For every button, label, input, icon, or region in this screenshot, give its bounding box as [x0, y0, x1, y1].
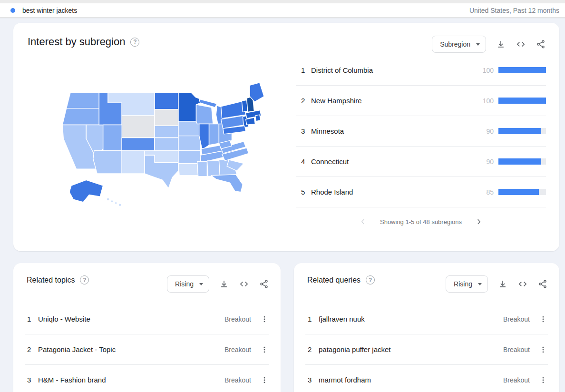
map-state-OR[interactable]	[62, 108, 99, 125]
value-bar-track	[498, 128, 546, 134]
help-icon[interactable]: ?	[80, 275, 89, 284]
map-state-HI[interactable]	[111, 200, 113, 203]
search-term-bar: best winter jackets United States, Past …	[0, 3, 565, 18]
related-topic-row[interactable]: 3H&M - Fashion brandBreakout	[25, 365, 269, 392]
item-label[interactable]: H&M - Fashion brand	[38, 376, 224, 384]
share-icon[interactable]	[536, 39, 546, 49]
map-state-WY[interactable]	[122, 116, 155, 137]
queries-sort-value: Rising	[454, 280, 472, 288]
subregion-name: District of Columbia	[311, 66, 483, 74]
rank-number: 3	[296, 127, 311, 135]
page-top-strip	[0, 0, 565, 3]
map-state-IN[interactable]	[209, 124, 219, 145]
map-state-IL[interactable]	[199, 124, 209, 150]
subregion-row[interactable]: 1District of Columbia100	[296, 55, 546, 86]
rank-number: 5	[296, 188, 311, 196]
map-state-AL[interactable]	[207, 161, 220, 176]
subregion-dropdown-value: Subregion	[440, 40, 470, 48]
queries-sort-dropdown[interactable]: Rising	[446, 275, 488, 293]
share-icon[interactable]	[259, 279, 269, 289]
subregion-row[interactable]: 4Connecticut90	[296, 147, 546, 177]
map-state-WA[interactable]	[67, 93, 99, 108]
map-state-HI[interactable]	[115, 202, 117, 204]
item-label[interactable]: marmot fordham	[319, 376, 503, 384]
rank-number: 4	[296, 157, 311, 166]
more-vert-icon[interactable]	[538, 345, 548, 354]
value-bar-fill	[498, 67, 546, 73]
rank-number: 1	[25, 315, 38, 323]
search-term-label: best winter jackets	[22, 7, 77, 14]
code-icon[interactable]	[239, 279, 249, 289]
map-state-IA[interactable]	[178, 121, 199, 136]
breakout-badge: Breakout	[224, 376, 251, 384]
related-query-row[interactable]: 1fjallraven nuukBreakout	[305, 304, 548, 334]
subregion-name: New Hampshire	[311, 97, 483, 105]
more-vert-icon[interactable]	[260, 314, 269, 324]
related-topics-list: 1Uniqlo - WebsiteBreakout2Patagonia Jack…	[25, 304, 269, 392]
map-state-NE[interactable]	[155, 126, 178, 137]
map-state-ME[interactable]	[250, 83, 264, 102]
help-icon[interactable]: ?	[366, 275, 375, 284]
download-icon[interactable]	[497, 279, 508, 289]
breakout-badge: Breakout	[503, 346, 530, 353]
item-label[interactable]: Uniqlo - Website	[38, 315, 224, 323]
chevron-left-icon[interactable]	[358, 217, 368, 226]
series-color-dot	[10, 8, 15, 13]
map-state-RI[interactable]	[255, 115, 260, 121]
subregion-row[interactable]: 3Minnesota90	[296, 116, 546, 147]
more-vert-icon[interactable]	[538, 314, 548, 324]
more-vert-icon[interactable]	[260, 345, 269, 354]
map-state-UT[interactable]	[103, 125, 122, 150]
subregion-row[interactable]: 2New Hampshire100	[296, 86, 546, 116]
subregion-name: Rhode Island	[311, 188, 486, 196]
code-icon[interactable]	[517, 279, 528, 289]
share-icon[interactable]	[537, 279, 548, 289]
map-state-WI[interactable]	[196, 105, 213, 124]
item-label[interactable]: Patagonia Jacket - Topic	[38, 345, 224, 353]
map-state-HI[interactable]	[107, 198, 109, 201]
map-state-HI[interactable]	[118, 204, 121, 206]
related-queries-list: 1fjallraven nuukBreakout2patagonia puffe…	[305, 304, 548, 392]
chevron-right-icon[interactable]	[474, 217, 484, 226]
subregion-dropdown[interactable]: Subregion	[432, 36, 486, 53]
interest-by-subregion-card: Interest by subregion ? Subregion 1Distr…	[13, 23, 559, 251]
subregion-value: 85	[486, 188, 494, 196]
map-state-LA[interactable]	[178, 164, 198, 176]
card-title: Related queries	[307, 276, 360, 284]
us-choropleth-map[interactable]	[48, 76, 285, 214]
caret-down-icon	[476, 43, 480, 46]
related-query-row[interactable]: 3marmot fordhamBreakout	[305, 365, 548, 392]
value-bar-track	[498, 67, 546, 73]
item-label[interactable]: fjallraven nuuk	[319, 315, 503, 323]
related-topic-row[interactable]: 1Uniqlo - WebsiteBreakout	[25, 304, 269, 334]
related-query-row[interactable]: 2patagonia puffer jacketBreakout	[305, 334, 548, 365]
map-state-ND[interactable]	[155, 93, 178, 109]
more-vert-icon[interactable]	[538, 375, 548, 385]
related-topic-row[interactable]: 2Patagonia Jacket - TopicBreakout	[25, 334, 269, 365]
map-state-MS[interactable]	[197, 162, 207, 176]
rank-number: 2	[305, 345, 319, 353]
map-state-MO[interactable]	[178, 136, 200, 151]
topics-sort-dropdown[interactable]: Rising	[167, 275, 209, 293]
download-icon[interactable]	[219, 279, 229, 289]
related-queries-card: Related queries ? Rising 1fjallraven nuu…	[294, 263, 559, 392]
breakout-badge: Breakout	[224, 315, 251, 323]
map-state-SD[interactable]	[155, 109, 178, 126]
breakout-badge: Breakout	[224, 346, 251, 353]
breakout-badge: Breakout	[503, 315, 530, 323]
related-topics-card: Related topics ? Rising 1Uniqlo - Websit…	[13, 263, 281, 392]
download-icon[interactable]	[496, 39, 506, 49]
subregion-ranking-list: 1District of Columbia1002New Hampshire10…	[296, 55, 546, 207]
map-state-CO[interactable]	[122, 138, 155, 151]
map-state-FL[interactable]	[211, 175, 243, 192]
map-state-AZ[interactable]	[93, 151, 122, 174]
help-icon[interactable]: ?	[130, 38, 139, 47]
item-label[interactable]: patagonia puffer jacket	[319, 345, 503, 353]
rank-number: 1	[296, 66, 311, 74]
subregion-row[interactable]: 5Rhode Island85	[296, 177, 546, 207]
map-state-KS[interactable]	[155, 138, 178, 151]
map-state-AK[interactable]	[69, 180, 103, 202]
more-vert-icon[interactable]	[260, 375, 269, 385]
code-icon[interactable]	[516, 39, 526, 49]
map-state-NM[interactable]	[122, 151, 145, 174]
